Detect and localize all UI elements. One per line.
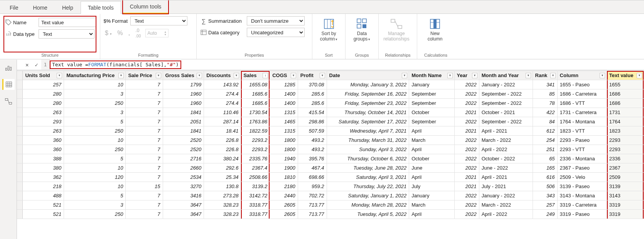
cell[interactable]: January - 2022: [479, 80, 533, 89]
cell[interactable]: 1315: [270, 108, 298, 117]
cell[interactable]: 165: [533, 163, 557, 173]
cell[interactable]: 2509 - Velo: [557, 173, 607, 182]
cell[interactable]: 2605: [270, 200, 298, 210]
column-header[interactable]: Units Sold▾: [23, 71, 64, 80]
cell[interactable]: 2022: [454, 210, 479, 219]
cell[interactable]: 298.86: [298, 117, 327, 126]
cell[interactable]: 493.2: [298, 145, 327, 154]
table-row[interactable]: 3801072660292.62367.41900467.4Tuesday, J…: [17, 163, 644, 173]
cell[interactable]: April - 2022: [479, 210, 533, 219]
cell[interactable]: 7: [126, 163, 163, 173]
cell[interactable]: March - 2022: [479, 200, 533, 210]
cell[interactable]: April - 2021: [479, 173, 533, 182]
cell[interactable]: 7: [126, 89, 163, 99]
cell[interactable]: 713.77: [298, 200, 327, 210]
cell[interactable]: 65: [533, 154, 557, 163]
cell[interactable]: 85: [533, 89, 557, 99]
filter-icon[interactable]: ▾: [402, 73, 407, 78]
cell[interactable]: 3319 - Carretera: [557, 200, 607, 210]
cell[interactable]: 2293 - VTT: [557, 145, 607, 154]
cell[interactable]: April: [409, 210, 454, 219]
cell[interactable]: 84: [533, 117, 557, 126]
table-row[interactable]: 488573416273.283142.722440702.72Saturday…: [17, 191, 644, 200]
cell[interactable]: 3647: [163, 200, 204, 210]
cell[interactable]: 5: [64, 191, 126, 200]
new-column-button[interactable]: New column: [421, 16, 449, 52]
filter-icon[interactable]: ▾: [234, 73, 239, 78]
cell[interactable]: 488: [23, 191, 64, 200]
cell[interactable]: 506: [533, 182, 557, 191]
table-row[interactable]: 388572716380.242335.761940395.76Thursday…: [17, 154, 644, 163]
cell[interactable]: 1810: [270, 173, 298, 182]
cell[interactable]: 698.66: [298, 173, 327, 182]
cell[interactable]: 1799: [163, 80, 204, 89]
sort-asc-icon[interactable]: ↑: [263, 73, 268, 78]
cell[interactable]: 274.4: [204, 89, 241, 99]
cell[interactable]: 341: [533, 80, 557, 89]
cell[interactable]: 2022: [454, 117, 479, 126]
cell[interactable]: 2367: [607, 163, 644, 173]
cell[interactable]: 1400: [270, 89, 298, 99]
cell[interactable]: 1823 - VTT: [557, 126, 607, 136]
cell[interactable]: September - 2022: [479, 99, 533, 108]
cell[interactable]: Tuesday, April 5, 2022: [327, 210, 409, 219]
cell[interactable]: 2660: [163, 163, 204, 173]
filter-icon[interactable]: ▾: [156, 73, 161, 78]
table-row[interactable]: 521373647328.233318.772605713.77Monday, …: [17, 200, 644, 210]
cell[interactable]: 15: [126, 182, 163, 191]
cell[interactable]: 328.23: [204, 210, 241, 219]
cell[interactable]: 7: [126, 108, 163, 117]
cell[interactable]: 2508.66: [241, 173, 270, 182]
table-row[interactable]: 293572051287.141763.861465298.86Saturday…: [17, 117, 644, 126]
cell[interactable]: 2022: [454, 136, 479, 145]
cell[interactable]: 7: [126, 80, 163, 89]
cell[interactable]: 2520: [163, 136, 204, 145]
table-row[interactable]: 2571071799143.921655.081285370.08Monday,…: [17, 80, 644, 89]
cell[interactable]: 3647: [163, 210, 204, 219]
cell[interactable]: 2440: [270, 191, 298, 200]
cell[interactable]: 226.8: [204, 145, 241, 154]
cell[interactable]: 360: [23, 145, 64, 154]
cell[interactable]: 218: [23, 182, 64, 191]
cell[interactable]: 130.8: [204, 182, 241, 191]
filter-icon[interactable]: ▾: [526, 73, 531, 78]
table-row[interactable]: 3601072520226.82293.21800493.2Thursday, …: [17, 136, 644, 145]
cell[interactable]: 3142.72: [241, 191, 270, 200]
row-header[interactable]: [17, 154, 23, 163]
row-header[interactable]: [17, 117, 23, 126]
cell[interactable]: 5: [64, 154, 126, 163]
cell[interactable]: 293: [23, 117, 64, 126]
cell[interactable]: 2021: [454, 182, 479, 191]
cell[interactable]: 1822.59: [241, 126, 270, 136]
formula-cancel-button[interactable]: ✕: [22, 62, 32, 68]
cell[interactable]: Friday, September 16, 2022: [327, 89, 409, 99]
cell[interactable]: 120: [64, 173, 126, 182]
cell[interactable]: 1763.86: [241, 117, 270, 126]
cell[interactable]: 263: [23, 126, 64, 136]
cell[interactable]: January: [409, 191, 454, 200]
cell[interactable]: 3: [64, 200, 126, 210]
cell[interactable]: 362: [23, 173, 64, 182]
cell[interactable]: 2293 - Paseo: [557, 136, 607, 145]
cell[interactable]: 2022: [454, 80, 479, 89]
cell[interactable]: Saturday, September 17, 2022: [327, 117, 409, 126]
cell[interactable]: 1285: [270, 80, 298, 89]
data-category-select[interactable]: Uncategorized: [247, 28, 305, 37]
table-row[interactable]: 263371841110.461730.541315415.54Thursday…: [17, 108, 644, 117]
table-row[interactable]: 21810153270130.83139.22180959.2Thursday,…: [17, 182, 644, 191]
cell[interactable]: April - 2021: [479, 126, 533, 136]
column-header[interactable]: Sale Price▾: [126, 71, 163, 80]
row-header[interactable]: [17, 136, 23, 145]
table-row[interactable]: 2632507184118.411822.591315507.59Wednesd…: [17, 126, 644, 136]
cell[interactable]: 1960: [163, 89, 204, 99]
cell[interactable]: Tuesday, June 28, 2022: [327, 163, 409, 173]
cell[interactable]: 249: [533, 210, 557, 219]
cell[interactable]: 702.72: [298, 191, 327, 200]
cell[interactable]: 2293: [607, 136, 644, 145]
cell[interactable]: 395.76: [298, 154, 327, 163]
column-header[interactable]: Discounts▾: [204, 71, 241, 80]
tab-home[interactable]: Home: [26, 1, 55, 14]
thousands-button[interactable]: ,: [128, 29, 131, 37]
cell[interactable]: 1465: [270, 117, 298, 126]
cell[interactable]: January: [409, 80, 454, 89]
